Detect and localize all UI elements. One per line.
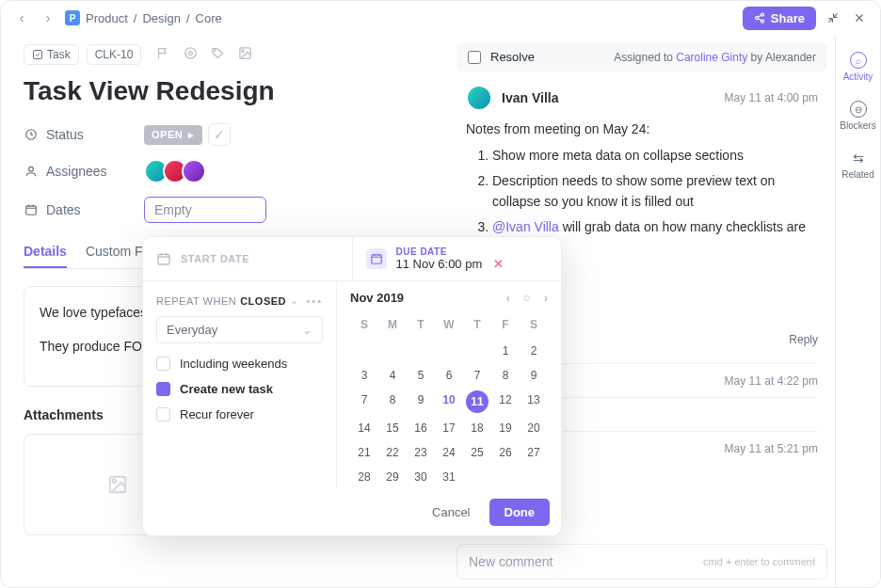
calendar-day[interactable]: 12 xyxy=(491,388,520,416)
due-date-col[interactable]: DUE DATE 11 Nov 6:00 pm ✕ xyxy=(353,237,562,280)
breadcrumb: P Product / Design / Core xyxy=(65,10,222,25)
opt-create-new[interactable]: Create new task xyxy=(156,382,323,396)
today-dot[interactable]: ○ xyxy=(523,291,531,305)
rail-related[interactable]: ⇆Related xyxy=(836,140,880,189)
nav-back[interactable]: ‹ xyxy=(12,8,31,27)
calendar-day[interactable]: 21 xyxy=(350,440,378,465)
calendar-day[interactable]: 19 xyxy=(491,416,520,440)
calendar-day[interactable]: 4 xyxy=(378,363,407,388)
new-comment-input[interactable]: New comment cmd + enter to comment xyxy=(457,544,827,580)
calendar-day[interactable]: 18 xyxy=(463,416,491,440)
close-icon[interactable] xyxy=(850,8,869,27)
repeat-select[interactable]: Everyday⌄ xyxy=(156,316,323,343)
image-icon[interactable] xyxy=(238,46,252,63)
svg-point-13 xyxy=(113,479,117,483)
calendar-day[interactable]: 25 xyxy=(463,440,491,465)
calendar-day[interactable]: 8 xyxy=(491,363,520,388)
calendar-day[interactable]: 6 xyxy=(435,363,463,388)
calendar-day[interactable]: 31 xyxy=(435,465,463,489)
assignees-icon xyxy=(24,164,39,179)
cancel-button[interactable]: Cancel xyxy=(419,499,483,526)
calendar-day[interactable]: 28 xyxy=(350,465,378,489)
task-title[interactable]: Task View Redesign xyxy=(24,76,434,106)
share-button[interactable]: Share xyxy=(743,7,816,30)
nav-forward[interactable]: › xyxy=(39,8,57,27)
calendar-day[interactable]: 23 xyxy=(407,440,435,465)
calendar-day[interactable]: 26 xyxy=(491,440,520,465)
calendar-day[interactable]: 10 xyxy=(435,388,463,416)
calendar-day[interactable]: 14 xyxy=(350,416,378,440)
crumb-1[interactable]: Design xyxy=(142,11,180,25)
svg-rect-17 xyxy=(371,255,381,263)
dates-input[interactable]: Empty xyxy=(144,197,266,223)
resolve-label: Resolve xyxy=(490,50,535,64)
flag-icon[interactable] xyxy=(156,46,170,63)
resolve-checkbox[interactable] xyxy=(468,51,481,64)
calendar-day[interactable]: 30 xyxy=(407,465,435,489)
opt-weekends[interactable]: Including weekends xyxy=(156,357,323,371)
calendar-day[interactable]: 27 xyxy=(520,440,548,465)
calendar-day[interactable]: 2 xyxy=(520,339,548,363)
comment-author[interactable]: Ivan Villa xyxy=(502,90,558,105)
calendar-day[interactable]: 9 xyxy=(520,363,548,388)
watch-icon[interactable] xyxy=(184,46,198,63)
mention-link[interactable]: @Ivan Villa xyxy=(492,219,559,234)
tab-details[interactable]: Details xyxy=(24,236,67,268)
calendar-day xyxy=(407,339,435,363)
calendar-day xyxy=(350,339,378,363)
crumb-2[interactable]: Core xyxy=(196,11,222,25)
calendar-day[interactable]: 15 xyxy=(378,416,407,440)
month-label: Nov 2019 xyxy=(350,291,404,305)
more-icon[interactable]: ••• xyxy=(306,295,323,307)
calendar-day[interactable]: 7 xyxy=(350,388,378,416)
calendar-day[interactable]: 24 xyxy=(435,440,463,465)
calendar-day[interactable]: 7 xyxy=(463,363,491,388)
collapse-icon[interactable] xyxy=(824,8,842,27)
dow-header: T xyxy=(407,314,435,339)
done-button[interactable]: Done xyxy=(489,499,551,526)
status-pill[interactable]: OPEN▸ xyxy=(144,125,202,145)
complete-checkbox[interactable]: ✓ xyxy=(208,123,231,146)
resolve-bar: Resolve Assigned to Caroline Ginty by Al… xyxy=(457,42,827,72)
svg-rect-3 xyxy=(34,51,42,59)
task-id-badge[interactable]: CLK-10 xyxy=(87,44,142,65)
calendar-day[interactable]: 20 xyxy=(520,416,548,440)
calendar-day[interactable]: 16 xyxy=(407,416,435,440)
calendar-day[interactable]: 17 xyxy=(435,416,463,440)
svg-point-8 xyxy=(242,50,245,53)
opt-recur-forever[interactable]: Recur forever xyxy=(156,407,323,421)
dow-header: M xyxy=(378,314,407,339)
comment-hint: cmd + enter to comment xyxy=(703,556,815,567)
dates-icon xyxy=(24,202,39,217)
calendar-day[interactable]: 29 xyxy=(378,465,407,489)
tag-icon[interactable] xyxy=(211,46,225,63)
status-icon xyxy=(24,127,39,142)
rail-activity[interactable]: ⌕Activity xyxy=(836,42,880,91)
reply-link[interactable]: Reply xyxy=(789,333,818,346)
rail-blockers[interactable]: ⊖Blockers xyxy=(836,91,880,140)
calendar-day[interactable]: 1 xyxy=(491,339,520,363)
chevron-down-icon[interactable]: ⌄ xyxy=(290,294,299,307)
calendar-day[interactable]: 11 xyxy=(466,390,489,413)
avatar[interactable] xyxy=(466,85,492,111)
blockers-icon: ⊖ xyxy=(850,101,867,118)
clear-due-icon[interactable]: ✕ xyxy=(493,257,504,271)
assignee-avatars[interactable] xyxy=(144,159,206,183)
calendar-day[interactable]: 8 xyxy=(378,388,407,416)
task-type-badge[interactable]: Task xyxy=(24,44,79,65)
svg-point-4 xyxy=(185,48,196,58)
next-month[interactable]: › xyxy=(544,291,548,305)
start-date-col[interactable]: START DATE xyxy=(143,237,353,280)
avatar[interactable] xyxy=(182,159,206,183)
prev-month[interactable]: ‹ xyxy=(505,291,509,305)
crumb-0[interactable]: Product xyxy=(86,11,128,25)
calendar-day[interactable]: 5 xyxy=(407,363,435,388)
assignee-link[interactable]: Caroline Ginty xyxy=(676,51,747,64)
activity-icon: ⌕ xyxy=(850,52,867,69)
calendar-day[interactable]: 13 xyxy=(520,388,548,416)
calendar-day[interactable]: 9 xyxy=(407,388,435,416)
calendar-day xyxy=(463,465,491,489)
calendar-day[interactable]: 3 xyxy=(350,363,378,388)
calendar-day[interactable]: 22 xyxy=(378,440,407,465)
dow-header: S xyxy=(520,314,548,339)
